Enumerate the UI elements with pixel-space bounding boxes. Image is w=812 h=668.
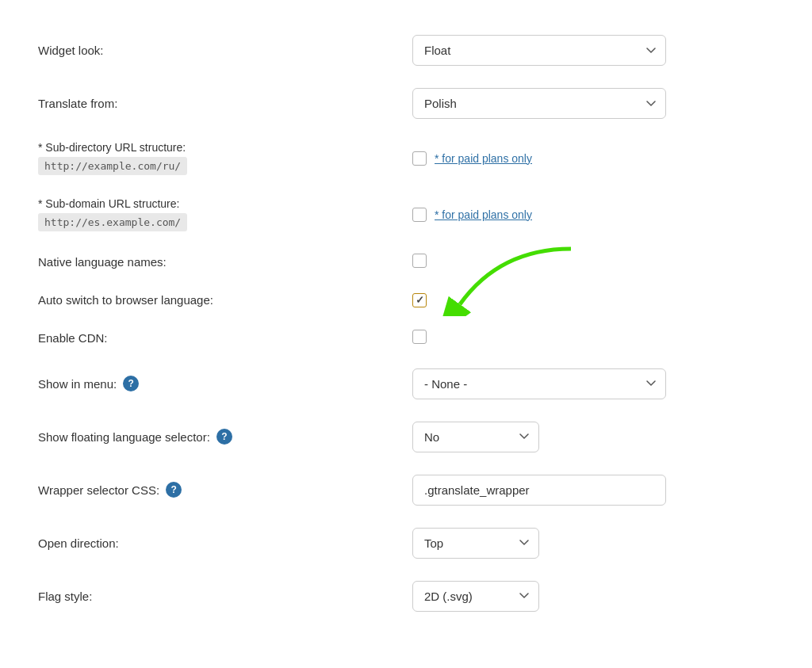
- show-floating-select[interactable]: No Yes: [412, 422, 539, 452]
- widget-look-select[interactable]: Float Dropdown Inline: [412, 35, 666, 66]
- wrapper-css-input[interactable]: [412, 475, 666, 506]
- wrapper-css-label: Wrapper selector CSS:: [38, 483, 159, 497]
- auto-switch-label: Auto switch to browser language:: [38, 293, 213, 307]
- subdirectory-url-label: * Sub-directory URL structure: http://ex…: [38, 141, 400, 175]
- show-in-menu-help-icon[interactable]: ?: [123, 376, 139, 391]
- subdomain-url-label: * Sub-domain URL structure: http://es.ex…: [38, 197, 400, 231]
- subdirectory-url-example: http://example.com/ru/: [38, 157, 187, 175]
- enable-cdn-label: Enable CDN:: [38, 331, 108, 345]
- subdomain-paid-link[interactable]: * for paid plans only: [435, 208, 532, 221]
- show-in-menu-select[interactable]: - None - Header Footer Sidebar: [412, 368, 666, 399]
- subdomain-checkbox[interactable]: [412, 208, 427, 222]
- flag-style-label: Flag style:: [38, 590, 92, 603]
- show-floating-label: Show floating language selector:: [38, 430, 210, 444]
- open-direction-label: Open direction:: [38, 536, 119, 550]
- subdirectory-paid-link[interactable]: * for paid plans only: [435, 152, 532, 165]
- show-in-menu-label: Show in menu:: [38, 377, 117, 391]
- translate-from-label: Translate from:: [38, 97, 117, 110]
- native-language-label: Native language names:: [38, 255, 167, 269]
- show-floating-help-icon[interactable]: ?: [216, 429, 232, 445]
- subdirectory-checkbox[interactable]: [412, 151, 427, 166]
- flag-style-select[interactable]: 2D (.svg) 3D (.png) None: [412, 581, 539, 612]
- native-language-checkbox[interactable]: [412, 254, 427, 268]
- translate-from-select[interactable]: Polish English Spanish French: [412, 88, 666, 119]
- auto-switch-checkbox[interactable]: [412, 293, 427, 307]
- wrapper-css-help-icon[interactable]: ?: [166, 482, 182, 498]
- enable-cdn-checkbox[interactable]: [412, 330, 427, 344]
- widget-look-label: Widget look:: [38, 44, 104, 57]
- open-direction-select[interactable]: Top Bottom Left Right: [412, 528, 539, 559]
- subdomain-url-example: http://es.example.com/: [38, 213, 187, 231]
